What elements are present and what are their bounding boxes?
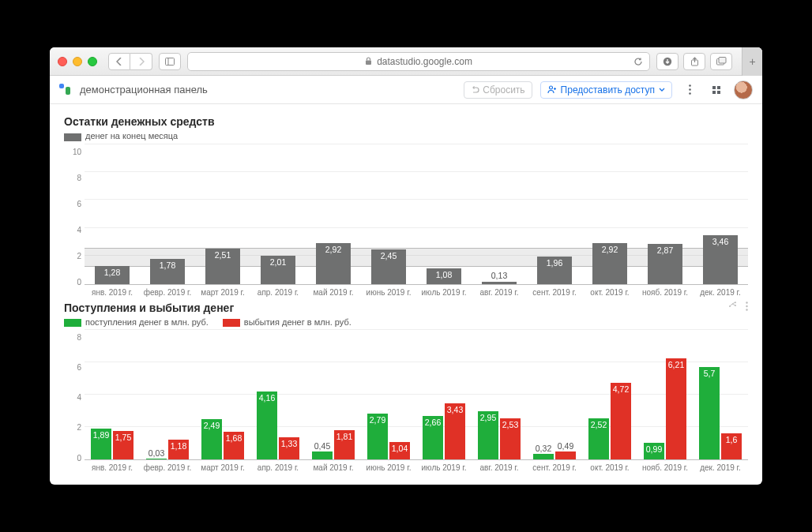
chart2-bar-group[interactable]: 0,320,49 <box>527 330 582 459</box>
share-report-button[interactable]: Предоставить доступ <box>540 81 672 99</box>
chart1-legend: денег на конец месяца <box>64 131 748 140</box>
chart1-bar[interactable]: 2,92 <box>306 144 361 284</box>
chart2-bar-group[interactable]: 0,031,18 <box>140 330 195 459</box>
share-button[interactable] <box>683 53 705 70</box>
chart1-bar[interactable]: 3,46 <box>693 144 748 284</box>
bar-inflow: 0,32 <box>533 454 554 459</box>
bar-inflow: 0,45 <box>312 451 333 459</box>
bar-outflow: 1,75 <box>113 431 133 459</box>
bar-outflow: 3,43 <box>445 403 465 459</box>
bar-value-label: 1,18 <box>171 441 186 451</box>
legend-swatch-gray <box>64 133 81 141</box>
chart1-bar[interactable]: 1,08 <box>416 144 472 284</box>
bar-value-label: 6,21 <box>668 360 684 369</box>
chart2-bar-group[interactable]: 2,952,53 <box>472 330 527 459</box>
chart1-bar[interactable]: 2,45 <box>361 144 416 284</box>
chart1-bar[interactable]: 0,13 <box>472 144 527 284</box>
reload-icon[interactable] <box>633 57 643 66</box>
bar-value-label: 1,81 <box>336 432 352 441</box>
downloads-button[interactable] <box>656 53 679 70</box>
chart-inflows-outflows: Поступления и выбытия денег поступления … <box>64 302 748 472</box>
report-title: демонстрационная панель <box>80 84 208 96</box>
reset-button[interactable]: Сбросить <box>464 81 532 99</box>
nav-back-button[interactable] <box>108 53 130 70</box>
svg-point-8 <box>689 85 691 88</box>
xaxis-label: окт. 2019 г. <box>582 288 637 297</box>
bar-inflow: 0,03 <box>146 459 167 459</box>
bar-value-label: 1,78 <box>160 260 175 284</box>
xaxis-label: нояб. 2019 г. <box>637 463 693 472</box>
new-tab-button[interactable]: + <box>742 47 762 76</box>
bar-value-label: 4,16 <box>259 393 275 403</box>
browser-titlebar: datastudio.google.com + <box>50 47 762 76</box>
share-label: Предоставить доступ <box>561 84 655 96</box>
bar-value-label: 0,99 <box>646 444 662 454</box>
chart2-toolbar <box>728 302 748 311</box>
chart2-title: Поступления и выбытия денег <box>64 302 748 314</box>
bar-value-label: 1,28 <box>104 268 120 284</box>
window-minimize-button[interactable] <box>73 57 82 66</box>
bar-inflow: 0,99 <box>644 443 664 459</box>
chart1-bar[interactable]: 2,01 <box>250 144 306 284</box>
chart2-bar-group[interactable]: 2,663,43 <box>416 330 472 459</box>
bar-value-label: 5,7 <box>704 369 716 378</box>
xaxis-label: июль 2019 г. <box>416 463 472 472</box>
chart2-bar-group[interactable]: 2,491,68 <box>195 330 250 459</box>
chart2-bar-group[interactable]: 2,524,72 <box>582 330 637 459</box>
svg-point-10 <box>689 93 691 96</box>
chart1-bar[interactable]: 2,92 <box>582 144 637 284</box>
avatar[interactable] <box>734 81 753 99</box>
window-zoom-button[interactable] <box>88 57 97 66</box>
bar-value-label: 4,72 <box>613 384 629 394</box>
chart1-bar[interactable]: 1,78 <box>140 144 195 284</box>
bar-outflow: 1,68 <box>224 432 244 459</box>
bar-value-label: 2,53 <box>502 420 518 429</box>
chart2-bar-group[interactable]: 1,891,75 <box>85 330 140 459</box>
fullscreen-button[interactable] <box>707 81 726 99</box>
xaxis-label: февр. 2019 г. <box>140 288 195 297</box>
chart2-bar-group[interactable]: 4,161,33 <box>250 330 306 459</box>
svg-rect-14 <box>717 91 720 94</box>
chart-cash-balance: Остатки денежных средств денег на конец … <box>64 115 748 296</box>
bar-outflow: 6,21 <box>666 358 686 459</box>
bar-outflow: 1,04 <box>389 442 410 459</box>
chart-share-icon[interactable] <box>728 302 738 311</box>
bar-value-label: 1,89 <box>93 430 109 440</box>
chart2-bar-group[interactable]: 0,451,81 <box>306 330 361 459</box>
tabs-button[interactable] <box>710 53 732 70</box>
bar-value-label: 0,45 <box>314 441 330 451</box>
svg-point-16 <box>735 305 736 306</box>
chart1-bar[interactable]: 2,51 <box>195 144 250 284</box>
xaxis-label: дек. 2019 г. <box>693 288 748 297</box>
appbar: демонстрационная панель Сбросить Предост… <box>50 76 762 104</box>
chart2-bar-group[interactable]: 0,996,21 <box>637 330 693 459</box>
chart2-bar-group[interactable]: 5,71,6 <box>693 330 748 459</box>
xaxis-label: июнь 2019 г. <box>361 463 416 472</box>
chart2-xaxis: янв. 2019 г.февр. 2019 г.март 2019 г.апр… <box>85 463 748 472</box>
chart1-bar[interactable]: 2,87 <box>637 144 693 284</box>
xaxis-label: апр. 2019 г. <box>250 288 306 297</box>
xaxis-label: дек. 2019 г. <box>693 463 748 472</box>
xaxis-label: март 2019 г. <box>195 463 250 472</box>
bar-value-label: 1,04 <box>392 444 408 453</box>
chart1-title: Остатки денежных средств <box>64 115 748 128</box>
svg-rect-0 <box>166 58 175 65</box>
xaxis-label: май 2019 г. <box>306 288 361 297</box>
sidebar-toggle-button[interactable] <box>159 53 181 70</box>
chart2-bar-group[interactable]: 2,791,04 <box>361 330 416 459</box>
reset-label: Сбросить <box>483 84 524 96</box>
chart-more-icon[interactable] <box>746 302 748 311</box>
chart2-plot: 86420 1,891,750,031,182,491,684,161,330,… <box>85 330 748 460</box>
nav-forward-button[interactable] <box>130 53 152 70</box>
chart1-bar[interactable]: 1,28 <box>85 144 140 284</box>
bar-value-label: 0,49 <box>558 441 573 451</box>
chart1-bar[interactable]: 1,96 <box>527 144 582 284</box>
bar-value-label: 0,03 <box>148 448 164 458</box>
bar-value-label: 2,92 <box>325 245 341 284</box>
bar-outflow: 1,33 <box>279 437 299 459</box>
bar-value-label: 2,95 <box>480 413 496 422</box>
chart2-legend-1: выбытия денег в млн. руб. <box>244 317 351 327</box>
url-bar[interactable]: datastudio.google.com <box>187 52 650 71</box>
more-options-button[interactable] <box>680 81 699 99</box>
window-close-button[interactable] <box>58 57 67 66</box>
